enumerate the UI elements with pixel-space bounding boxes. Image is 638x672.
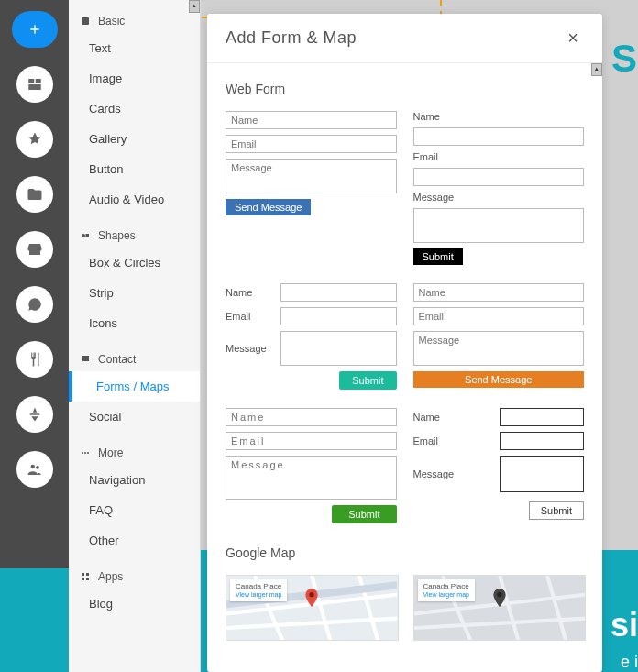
form-template-3[interactable]: Name Email Message Submit <box>226 283 397 390</box>
map-pin-icon <box>492 589 507 607</box>
sidebar-item-blog[interactable]: Blog <box>69 589 200 619</box>
form-template-5[interactable]: Submit <box>226 408 397 523</box>
add-form-map-modal: Add Form & Map × ▴ Web Form Send Message… <box>207 14 602 672</box>
sidebar-item-audiovideo[interactable]: Audio & Video <box>69 184 200 215</box>
svg-point-15 <box>310 592 314 597</box>
map-place: Canada Place <box>236 582 281 590</box>
modal-scroll-up[interactable]: ▴ <box>591 63 602 76</box>
section-map-title: Google Map <box>226 545 584 560</box>
section-webform-title: Web Form <box>226 82 584 96</box>
people-icon[interactable] <box>16 451 53 488</box>
sidebar-item-icons[interactable]: Icons <box>69 308 200 338</box>
message-input[interactable] <box>226 159 397 193</box>
form-template-1[interactable]: Send Message <box>226 111 397 265</box>
panel-scroll-up[interactable]: ▴ <box>189 0 200 13</box>
message-input[interactable] <box>413 208 585 243</box>
chat-icon[interactable] <box>16 286 53 323</box>
svg-point-6 <box>82 234 85 237</box>
email-input[interactable] <box>413 307 585 325</box>
svg-rect-2 <box>28 84 41 90</box>
email-input[interactable] <box>226 432 397 450</box>
sidebar-item-gallery[interactable]: Gallery <box>69 124 200 154</box>
svg-rect-7 <box>86 234 90 237</box>
sidebar-item-navigation[interactable]: Navigation <box>69 465 200 495</box>
bg-brand-text: S <box>611 37 638 81</box>
send-button[interactable]: Send Message <box>413 371 585 388</box>
svg-point-10 <box>87 452 89 454</box>
panel-section-label: Contact <box>98 353 136 366</box>
design-icon[interactable] <box>16 121 53 158</box>
name-label: Name <box>226 287 271 298</box>
modal-title: Add Form & Map <box>226 28 357 48</box>
svg-rect-1 <box>35 79 40 83</box>
svg-point-16 <box>497 592 501 597</box>
submit-button[interactable]: Submit <box>332 505 396 523</box>
layout-icon[interactable] <box>16 66 53 103</box>
name-input[interactable] <box>413 283 585 302</box>
panel-section-label: Shapes <box>98 229 136 242</box>
submit-button[interactable]: Submit <box>529 501 584 520</box>
map-info-label: Canada Place View larger map <box>418 579 475 601</box>
email-input[interactable] <box>226 135 397 153</box>
message-label: Message <box>413 192 585 203</box>
name-label: Name <box>413 412 459 423</box>
map-view-larger[interactable]: View larger map <box>424 591 469 599</box>
name-input[interactable] <box>280 283 397 302</box>
name-input[interactable] <box>413 127 585 146</box>
translate-icon[interactable] <box>16 396 53 433</box>
map-info-label: Canada Place View larger map <box>230 579 287 601</box>
map-template-light[interactable]: Canada Place View larger map <box>226 575 397 641</box>
close-button[interactable]: × <box>562 27 584 50</box>
name-input[interactable] <box>226 408 397 426</box>
bg-sub-text: e i <box>621 653 638 672</box>
map-template-gray[interactable]: Canada Place View larger map <box>413 575 585 641</box>
message-input[interactable] <box>500 456 584 492</box>
name-label: Name <box>413 111 585 122</box>
name-input[interactable] <box>226 111 397 129</box>
svg-point-8 <box>82 452 83 454</box>
map-view-larger[interactable]: View larger map <box>236 591 281 599</box>
message-input[interactable] <box>226 456 397 500</box>
svg-rect-12 <box>86 573 89 576</box>
add-button[interactable] <box>12 11 58 48</box>
svg-rect-11 <box>82 573 84 576</box>
form-template-6[interactable]: Name Email Message Submit <box>413 408 585 523</box>
sidebar-item-text[interactable]: Text <box>69 33 200 63</box>
panel-section-label: Apps <box>98 570 123 583</box>
message-label: Message <box>413 468 459 479</box>
sidebar-item-cards[interactable]: Cards <box>69 94 200 124</box>
panel-section-shapes: Shapes <box>69 215 200 248</box>
sidebar-item-image[interactable]: Image <box>69 63 200 94</box>
form-template-2[interactable]: Name Email Message Submit <box>413 111 585 265</box>
message-input[interactable] <box>413 331 585 366</box>
email-input[interactable] <box>500 432 584 450</box>
name-input[interactable] <box>500 408 584 426</box>
email-label: Email <box>413 151 585 162</box>
message-input[interactable] <box>280 331 397 366</box>
svg-rect-0 <box>28 79 34 83</box>
sidebar-item-boxcircles[interactable]: Box & Circles <box>69 248 200 278</box>
submit-button[interactable]: Submit <box>413 248 463 265</box>
folder-icon[interactable] <box>16 176 53 213</box>
panel-section-contact: Contact <box>69 338 200 371</box>
email-input[interactable] <box>280 307 397 325</box>
sidebar-item-strip[interactable]: Strip <box>69 278 200 308</box>
svg-point-9 <box>84 452 86 454</box>
svg-point-4 <box>36 466 39 469</box>
sidebar-item-other[interactable]: Other <box>69 525 200 556</box>
svg-rect-5 <box>82 17 89 25</box>
email-input[interactable] <box>413 168 585 186</box>
email-label: Email <box>413 435 459 446</box>
sidebar-item-button[interactable]: Button <box>69 154 200 184</box>
submit-button[interactable]: Submit <box>339 371 396 390</box>
send-button[interactable]: Send Message <box>226 199 311 215</box>
add-panel: ▴ Basic Text Image Cards Gallery Button … <box>69 0 201 672</box>
food-icon[interactable] <box>16 341 53 378</box>
sidebar-item-faq[interactable]: FAQ <box>69 495 200 525</box>
svg-point-3 <box>30 465 35 469</box>
sidebar-item-formsmaps[interactable]: Forms / Maps <box>69 371 200 402</box>
bg-hero-text: si <box>610 606 638 644</box>
form-template-4[interactable]: Send Message <box>413 283 585 390</box>
store-icon[interactable] <box>16 231 53 268</box>
sidebar-item-social[interactable]: Social <box>69 402 200 432</box>
